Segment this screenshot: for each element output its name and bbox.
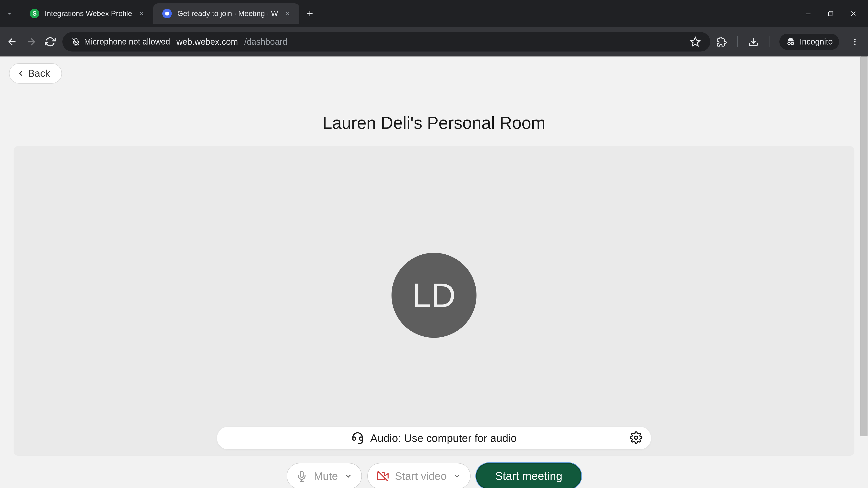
- tab-integrations[interactable]: S Integrations Webex Profile: [21, 3, 153, 24]
- start-video-button[interactable]: Start video: [367, 463, 471, 488]
- audio-settings-bar[interactable]: Audio: Use computer for audio: [217, 427, 651, 449]
- incognito-label: Incognito: [800, 37, 833, 46]
- close-tab-icon[interactable]: [283, 9, 292, 18]
- svg-point-11: [634, 436, 638, 439]
- bookmark-star-icon[interactable]: [689, 36, 701, 48]
- chevron-left-icon: [17, 69, 25, 77]
- back-nav-button[interactable]: [5, 35, 19, 48]
- back-button[interactable]: Back: [9, 63, 62, 84]
- back-label: Back: [28, 68, 50, 79]
- page-body: Back Lauren Deli's Personal Room LD Audi…: [0, 57, 868, 488]
- tab-favicon-s-icon: S: [30, 9, 39, 18]
- tab-title: Integrations Webex Profile: [45, 9, 132, 18]
- extensions-icon[interactable]: [716, 36, 727, 48]
- microphone-icon: [296, 470, 307, 482]
- tab-favicon-webex-icon: [162, 9, 172, 18]
- tab-meeting-active[interactable]: Get ready to join · Meeting · W: [153, 3, 299, 24]
- start-meeting-label: Start meeting: [495, 469, 562, 483]
- forward-nav-button[interactable]: [24, 35, 38, 48]
- avatar-initials: LD: [412, 276, 456, 315]
- camera-off-icon: [377, 470, 389, 482]
- new-tab-button[interactable]: [302, 6, 318, 22]
- chevron-down-icon[interactable]: [344, 472, 352, 480]
- minimize-window-button[interactable]: [802, 8, 814, 19]
- tab-title: Get ready to join · Meeting · W: [177, 9, 278, 18]
- mute-label: Mute: [314, 470, 338, 482]
- kebab-menu-icon[interactable]: [849, 36, 861, 48]
- start-meeting-button[interactable]: Start meeting: [476, 463, 581, 488]
- close-tab-icon[interactable]: [137, 9, 146, 18]
- scrollbar-track[interactable]: [860, 57, 868, 488]
- headset-icon: [351, 432, 364, 445]
- mic-blocked-indicator[interactable]: Microphone not allowed: [71, 37, 170, 46]
- close-window-button[interactable]: [848, 8, 859, 19]
- svg-point-6: [791, 42, 794, 45]
- browser-toolbar: Microphone not allowed web.webex.com/das…: [0, 27, 868, 57]
- svg-rect-2: [829, 12, 832, 16]
- scrollbar-thumb[interactable]: [860, 57, 868, 436]
- downloads-icon[interactable]: [747, 36, 759, 48]
- browser-tab-strip: S Integrations Webex Profile Get ready t…: [0, 0, 868, 27]
- video-label: Start video: [395, 470, 447, 482]
- svg-point-10: [854, 43, 856, 45]
- meeting-controls: Mute Start video Start meeting: [9, 463, 859, 488]
- chevron-down-icon[interactable]: [453, 472, 461, 480]
- svg-point-0: [165, 11, 169, 15]
- audio-settings-gear-icon[interactable]: [630, 431, 643, 445]
- reload-button[interactable]: [43, 35, 57, 48]
- incognito-badge[interactable]: Incognito: [779, 34, 839, 50]
- url-host: web.webex.com: [176, 37, 238, 47]
- svg-point-9: [854, 41, 856, 42]
- audio-label-text: Audio: Use computer for audio: [370, 432, 517, 445]
- svg-marker-4: [691, 37, 700, 46]
- mute-button[interactable]: Mute: [287, 463, 362, 488]
- svg-point-5: [788, 42, 790, 45]
- maximize-window-button[interactable]: [825, 8, 836, 19]
- address-bar[interactable]: Microphone not allowed web.webex.com/das…: [62, 32, 710, 52]
- user-avatar: LD: [392, 253, 476, 338]
- room-title: Lauren Deli's Personal Room: [9, 113, 859, 133]
- tab-search-dropdown[interactable]: [3, 7, 16, 20]
- mic-blocked-text: Microphone not allowed: [84, 37, 170, 46]
- video-preview-area: LD Audio: Use computer for audio: [13, 146, 855, 456]
- url-path: /dashboard: [244, 37, 287, 47]
- svg-point-8: [854, 39, 856, 40]
